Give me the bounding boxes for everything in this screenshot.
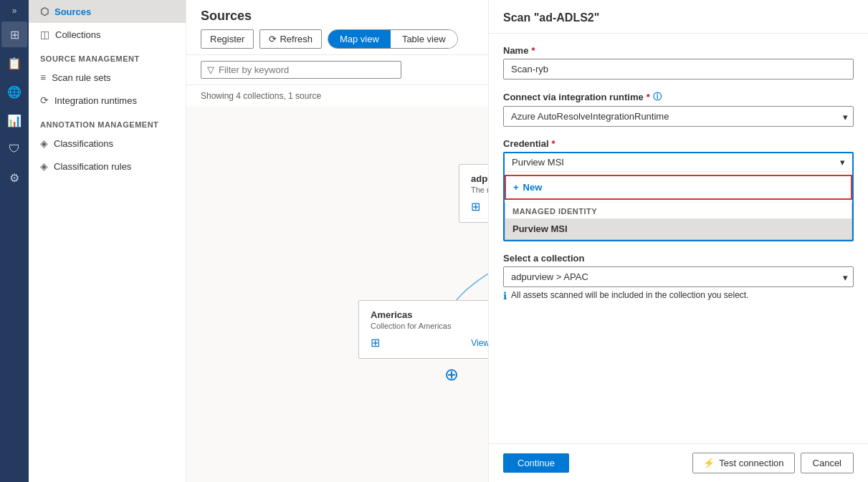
cancel-button[interactable]: Cancel <box>801 453 854 473</box>
managed-identity-section-label: MANAGED IDENTITY <box>505 203 852 218</box>
filter-input-wrapper: ▽ <box>201 61 401 79</box>
filter-bar: ▽ <box>186 55 488 85</box>
map-view-button[interactable]: Map view <box>328 30 391 48</box>
runtime-select-wrapper: Azure AutoResolveIntegrationRuntime ▾ <box>503 106 854 127</box>
collection-info-text: All assets scanned will be included in t… <box>511 290 749 300</box>
new-credential-button[interactable]: + New <box>505 175 852 200</box>
runtime-required: * <box>647 92 650 102</box>
sidebar-collections-label: Collections <box>55 29 101 40</box>
credential-option-purview-msi[interactable]: Purview MSI <box>505 218 852 239</box>
sidebar-classifications-label: Classifications <box>54 138 113 149</box>
new-button-label: New <box>523 182 543 193</box>
map-canvas: adpurvi The root c ⊞ Americas Collection… <box>201 121 488 479</box>
sidebar-item-scan-rule-sets[interactable]: ≡ Scan rule sets <box>29 66 186 89</box>
view-toggle: Map view Table view <box>328 29 458 49</box>
americas-card-subtitle: Collection for Americas <box>371 322 488 330</box>
sidebar-item-classifications[interactable]: ◈ Classifications <box>29 132 186 155</box>
nav-home[interactable]: ⊞ <box>1 21 27 47</box>
showing-count: Showing 4 collections, 1 source <box>186 85 488 107</box>
adpurview-grid-icon[interactable]: ⊞ <box>471 200 480 213</box>
sidebar-item-classification-rules[interactable]: ◈ Classification rules <box>29 155 186 178</box>
name-group: Name * <box>503 45 854 79</box>
americas-card-actions: ⊞ View d <box>371 336 488 350</box>
nav-insights[interactable]: 📊 <box>1 107 27 133</box>
refresh-button[interactable]: ⟳ Refresh <box>259 29 322 49</box>
name-input[interactable] <box>503 59 854 79</box>
panel-body: Name * Connect via integration runtime *… <box>489 34 868 443</box>
adpurview-card-actions: ⊞ <box>471 200 488 213</box>
name-required: * <box>531 45 535 56</box>
credential-input-row[interactable]: Purview MSI ▾ <box>505 153 852 172</box>
panel-footer: Continue ⚡ Test connection Cancel <box>489 443 868 482</box>
filter-icon: ▽ <box>207 64 214 75</box>
name-label: Name * <box>503 45 854 56</box>
nav-management[interactable]: ⚙ <box>1 165 27 191</box>
collection-label: Select a collection <box>503 253 854 264</box>
adpurview-card-title: adpurvi <box>471 173 488 184</box>
map-area[interactable]: adpurvi The root c ⊞ Americas Collection… <box>186 107 488 482</box>
sidebar-item-sources[interactable]: ⬡ Sources <box>29 0 186 23</box>
credential-options: MANAGED IDENTITY Purview MSI <box>505 203 852 240</box>
view-details-link[interactable]: View d <box>471 338 488 348</box>
register-button[interactable]: Register <box>201 29 254 49</box>
sidebar-integration-runtimes-label: Integration runtimes <box>54 95 137 106</box>
scan-rule-sets-icon: ≡ <box>40 72 46 83</box>
sidebar-item-collections[interactable]: ◫ Collections <box>29 23 186 46</box>
credential-current-value: Purview MSI <box>512 157 840 168</box>
page-title: Sources <box>201 9 474 24</box>
panel-title: Scan "ad-ADLS2" <box>503 11 854 24</box>
main-header: Sources Register ⟳ Refresh Map view Tabl… <box>186 0 488 55</box>
americas-card-title: Americas <box>371 309 488 320</box>
runtime-info-icon: ⓘ <box>653 91 662 103</box>
refresh-icon: ⟳ <box>269 34 277 44</box>
sources-icon: ⬡ <box>40 6 49 17</box>
add-collection-button[interactable]: ⊕ <box>444 365 459 385</box>
annotation-management-group: Annotation management <box>29 112 186 132</box>
sidebar-classification-rules-label: Classification rules <box>54 161 131 172</box>
collections-icon: ◫ <box>40 29 49 40</box>
expand-collapse-icon[interactable]: » <box>12 6 17 16</box>
icon-bar: » ⊞ 📋 🌐 📊 🛡 ⚙ <box>0 0 29 482</box>
credential-dropdown-container[interactable]: Purview MSI ▾ + New MANAGED IDENTITY Pur… <box>503 152 854 241</box>
panel-header: Scan "ad-ADLS2" <box>489 0 868 34</box>
info-icon: ℹ <box>503 290 507 302</box>
sidebar-item-integration-runtimes[interactable]: ⟳ Integration runtimes <box>29 89 186 112</box>
nav-globe[interactable]: 🌐 <box>1 79 27 105</box>
adpurview-card: adpurvi The root c ⊞ <box>459 164 488 223</box>
source-management-group: Source management <box>29 46 186 66</box>
filter-input[interactable] <box>219 64 395 75</box>
classification-rules-icon: ◈ <box>40 160 48 172</box>
runtime-label: Connect via integration runtime * ⓘ <box>503 91 854 103</box>
sidebar-scan-rule-sets-label: Scan rule sets <box>52 72 110 83</box>
classifications-icon: ◈ <box>40 138 48 149</box>
credential-group: Credential * Purview MSI ▾ + New MANAGED… <box>503 138 854 241</box>
credential-required: * <box>552 138 555 149</box>
americas-card: Americas Collection for Americas ⊞ View … <box>358 300 488 359</box>
adpurview-card-subtitle: The root c <box>471 185 488 194</box>
continue-button[interactable]: Continue <box>503 453 569 473</box>
main-content: Sources Register ⟳ Refresh Map view Tabl… <box>186 0 488 482</box>
nav-catalog[interactable]: 📋 <box>1 50 27 76</box>
table-view-button[interactable]: Table view <box>391 30 457 48</box>
collection-select-wrapper: adpurview > APAC ▾ <box>503 266 854 287</box>
collection-select[interactable]: adpurview > APAC <box>503 266 854 287</box>
runtime-group: Connect via integration runtime * ⓘ Azur… <box>503 91 854 127</box>
nav-policy[interactable]: 🛡 <box>1 136 27 162</box>
test-connection-icon: ⚡ <box>703 458 715 468</box>
footer-right-buttons: ⚡ Test connection Cancel <box>692 453 854 473</box>
toolbar: Register ⟳ Refresh Map view Table view <box>201 29 474 54</box>
sidebar: ⬡ Sources ◫ Collections Source managemen… <box>29 0 186 482</box>
credential-label: Credential * <box>503 138 854 149</box>
scan-panel: Scan "ad-ADLS2" Name * Connect via integ… <box>488 0 868 482</box>
credential-chevron-icon: ▾ <box>840 157 845 168</box>
runtime-select[interactable]: Azure AutoResolveIntegrationRuntime <box>503 106 854 127</box>
integration-runtimes-icon: ⟳ <box>40 95 49 106</box>
collection-group: Select a collection adpurview > APAC ▾ ℹ… <box>503 253 854 302</box>
collection-info: ℹ All assets scanned will be included in… <box>503 290 854 302</box>
americas-grid-icon[interactable]: ⊞ <box>371 336 380 350</box>
plus-icon: + <box>513 182 519 193</box>
sidebar-sources-label: Sources <box>54 6 91 17</box>
test-connection-button[interactable]: ⚡ Test connection <box>692 453 794 473</box>
